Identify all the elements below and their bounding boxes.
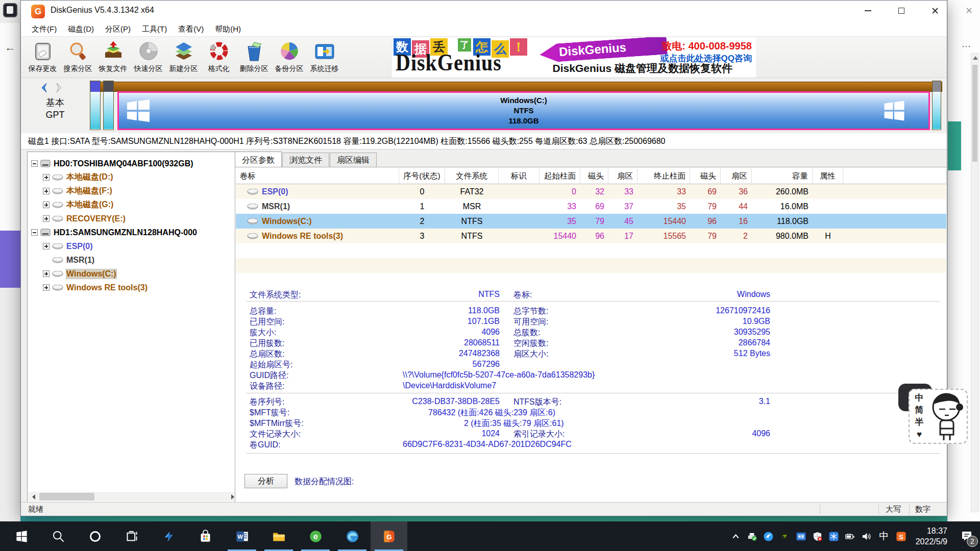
system-migration-button[interactable]: 系统迁移 (307, 38, 342, 77)
start-button[interactable] (3, 521, 40, 551)
status-numlock: 数字 (915, 505, 930, 514)
tray-security-shield-icon[interactable] (810, 521, 826, 551)
tray-printer-icon[interactable] (744, 521, 761, 551)
expand-icon[interactable] (43, 243, 50, 249)
menu-file[interactable]: 文件(F) (26, 24, 62, 34)
recover-files-button[interactable]: 恢复文件 (95, 38, 131, 77)
maximize-button[interactable] (890, 3, 913, 19)
tab-partition-params[interactable]: 分区参数 (235, 152, 282, 167)
tree-item-disk-f[interactable]: 本地磁盘(F:) (28, 184, 239, 198)
expand-icon[interactable] (43, 270, 50, 277)
expand-icon[interactable] (43, 202, 50, 208)
toolbar-label: 保存更改 (29, 64, 57, 73)
taskbar-search-button[interactable] (40, 521, 77, 551)
menu-bar: 文件(F) 磁盘(D) 分区(P) 工具(T) 查看(V) 帮助(H) (21, 22, 947, 36)
banner-tagline: DiskGenius 磁盘管理及数据恢复软件 (553, 61, 732, 76)
minimize-button[interactable] (856, 3, 879, 19)
expand-icon[interactable] (43, 284, 50, 291)
quick-partition-button[interactable]: 快速分区 (131, 38, 166, 77)
menu-tools[interactable]: 工具(T) (136, 24, 173, 34)
delete-partition-button[interactable]: 删除分区 (236, 38, 272, 77)
ad-banner[interactable]: 数 据 丢 了 怎 么 ！ DiskGenius DiskGenius 致电: … (391, 37, 756, 78)
menu-help[interactable]: 帮助(H) (209, 24, 247, 34)
disk-info-bar: 磁盘1 接口:SATA 型号:SAMSUNGMZNLN128HAHQ-000H1… (21, 133, 947, 149)
partition-block-windows-c[interactable]: Windows(C:) NTFS 118.0GB (117, 91, 930, 130)
cortana-button[interactable] (77, 521, 113, 551)
partition-fs: NTFS (513, 106, 533, 116)
task-view-button[interactable] (113, 521, 150, 551)
tray-sogou-icon[interactable]: S (893, 521, 910, 551)
tray-snowflake-icon[interactable] (826, 521, 842, 551)
tray-volume-icon[interactable] (859, 521, 875, 551)
tree-item-recovery-e[interactable]: RECOVERY(E:) (28, 212, 239, 226)
ms-store-icon (199, 530, 212, 543)
taskbar-app-edge[interactable] (334, 521, 371, 551)
notification-center-button[interactable]: 2 (953, 521, 980, 551)
scroll-left-icon[interactable] (28, 492, 39, 502)
tree-item-msr[interactable]: MSR(1) (28, 253, 239, 267)
taskbar-clock[interactable]: 18:37 2022/5/9 (910, 525, 953, 547)
ime-mode-chinese[interactable]: 中 (915, 392, 924, 404)
close-button[interactable] (923, 3, 947, 19)
tree-item-windows-re[interactable]: Windows RE tools(3) (28, 281, 239, 294)
menu-partition[interactable]: 分区(P) (100, 24, 136, 34)
tree-item-disk-d[interactable]: 本地磁盘(D:) (28, 170, 239, 184)
tray-ime-indicator[interactable]: 中 (875, 530, 893, 543)
tray-feishu-icon[interactable] (761, 521, 777, 551)
tray-chevron-up-icon[interactable] (728, 521, 744, 551)
tree-item-disk-g[interactable]: 本地磁盘(G:) (28, 198, 239, 212)
save-changes-button[interactable]: 保存更改 (25, 38, 60, 77)
expand-icon[interactable] (43, 174, 50, 181)
search-partition-button[interactable]: 搜索分区 (60, 38, 95, 77)
partition-icon (52, 257, 63, 263)
taskbar-app-browser360[interactable]: e (297, 521, 334, 551)
tree-horizontal-scrollbar[interactable] (28, 492, 238, 502)
table-row-msr[interactable]: MSR(1) 1 MSR 33 69 37 35 79 44 16.0MB (236, 199, 946, 214)
toolbar-label: 删除分区 (240, 64, 268, 73)
new-partition-button[interactable]: 新建分区 (166, 38, 201, 77)
tree-item-hd1[interactable]: HD1:SAMSUNGMZNLN128HAHQ-000 (28, 226, 239, 239)
banner-ribbon: DiskGenius (539, 37, 668, 63)
ime-mode-simplified[interactable]: 简 (915, 404, 924, 416)
analyze-button[interactable]: 分析 (244, 474, 287, 488)
table-row-esp[interactable]: ESP(0) 0 FAT32 0 32 33 33 69 36 260.0MB (236, 184, 946, 199)
ime-status-widget[interactable]: 中 简 半 ♥ (909, 389, 968, 444)
collapse-icon[interactable] (31, 229, 38, 236)
partition-block-esp[interactable] (90, 81, 101, 130)
tab-browse-files[interactable]: 浏览文件 (282, 153, 329, 167)
allocation-map-label: 数据分配情况图: (295, 477, 354, 487)
expand-icon[interactable] (43, 215, 50, 222)
tree-item-esp[interactable]: ESP(0) (28, 239, 239, 253)
format-button[interactable]: 格式化 (201, 38, 236, 77)
background-scrollbar[interactable] (971, 53, 979, 512)
tree-item-windows-c[interactable]: Windows(C:) (28, 267, 239, 281)
partition-block-re-tools[interactable] (932, 81, 941, 130)
tree-item-hd0[interactable]: HD0:TOSHIBAMQ04ABF100(932GB) (28, 157, 239, 170)
taskbar-app-word[interactable]: W (224, 521, 260, 551)
table-row-windows-re[interactable]: Windows RE tools(3) 3 NTFS 15440 96 17 1… (236, 229, 946, 243)
windows-start-icon (15, 530, 29, 543)
tray-intel-graphics-icon[interactable] (793, 521, 810, 551)
tray-battery-icon[interactable] (842, 521, 859, 551)
menu-disk[interactable]: 磁盘(D) (62, 24, 100, 34)
tray-nvidia-icon[interactable] (777, 521, 793, 551)
ime-mode-halfwidth[interactable]: 半 (915, 416, 924, 429)
backup-partition-button[interactable]: 备份分区 (272, 38, 307, 77)
svg-text:W: W (237, 534, 243, 540)
scrollbar-thumb[interactable] (39, 493, 94, 500)
tab-sector-edit[interactable]: 扇区编辑 (330, 153, 377, 167)
partition-block-msr[interactable] (103, 81, 114, 130)
collapse-icon[interactable] (31, 160, 38, 167)
taskbar-app-diskgenius[interactable]: G (371, 521, 407, 551)
taskbar-app-explorer[interactable] (260, 521, 297, 551)
ime-heart-icon[interactable]: ♥ (917, 429, 922, 441)
taskbar-app-store[interactable] (187, 521, 224, 551)
svg-text:e: e (313, 532, 318, 541)
taskbar-app-flash[interactable] (150, 521, 187, 551)
menu-view[interactable]: 查看(V) (173, 24, 209, 34)
expand-icon[interactable] (43, 188, 50, 194)
next-disk-arrow-icon[interactable] (54, 82, 64, 93)
prev-disk-arrow-icon[interactable] (39, 82, 50, 93)
table-row-windows-c-selected[interactable]: Windows(C:) 2 NTFS 35 79 45 15440 96 16 … (236, 214, 946, 229)
disk-strip (90, 82, 942, 92)
